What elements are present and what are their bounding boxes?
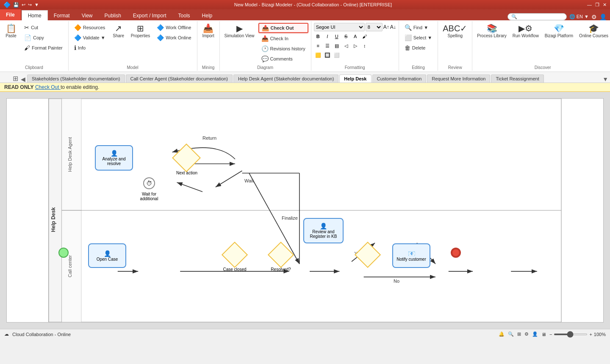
comments-button[interactable]: 💬 Comments xyxy=(258,54,308,63)
restore-button[interactable]: ❐ xyxy=(595,2,599,8)
validate-button[interactable]: 🔷 Validate ▼ xyxy=(71,33,108,42)
doc-tab-callcenter[interactable]: Call Center Agent (Stakeholder documenta… xyxy=(126,74,233,83)
work-online-button[interactable]: 🔷 Work Online xyxy=(154,33,194,42)
tab-file[interactable]: File xyxy=(0,9,21,20)
align-left-button[interactable]: ≡ xyxy=(314,41,322,50)
font-size-select[interactable]: 8 xyxy=(366,23,383,31)
grid-status-icon[interactable]: ⊞ xyxy=(517,331,521,337)
simulation-view-button[interactable]: ▶ Simulation View xyxy=(222,23,257,39)
doc-tab-request-more[interactable]: Request More Information xyxy=(427,74,490,83)
window-controls[interactable]: — ❐ ✕ xyxy=(587,2,607,8)
align-right-button[interactable]: ▤ xyxy=(333,41,341,50)
doc-tab-stakeholders[interactable]: Stakeholders (Stakeholder documentation) xyxy=(27,74,125,83)
share-button[interactable]: ↗ Share xyxy=(110,23,127,39)
checkin-icon: 📥 xyxy=(261,35,269,42)
user-icon[interactable]: 👤 xyxy=(599,14,607,20)
user-status-icon[interactable]: 👤 xyxy=(532,331,538,337)
quick-access-redo[interactable]: ↪ xyxy=(28,2,32,8)
check-in-button[interactable]: 📥 Check In xyxy=(258,34,308,43)
tab-back-button[interactable]: ⊞ xyxy=(13,74,18,83)
online-courses-button[interactable]: 🎓 Online Courses xyxy=(577,23,610,39)
task-open-case[interactable]: 👤 Open Case xyxy=(88,243,126,268)
settings-icon[interactable]: ⚙ xyxy=(591,14,597,20)
end-event[interactable] xyxy=(451,248,461,258)
run-workflow-button[interactable]: ▶⚙ Run Workflow xyxy=(510,23,541,39)
underline-button[interactable]: U xyxy=(333,32,341,41)
doc-tab-helpdesk[interactable]: Help Desk xyxy=(339,74,371,83)
minimize-button[interactable]: — xyxy=(587,2,592,8)
doc-tab-customer-info[interactable]: Customer Information xyxy=(372,74,427,83)
border-color-button[interactable]: 🔲 xyxy=(323,51,332,59)
doc-tab-helpdesk-agent[interactable]: Help Desk Agent (Stakeholder documentati… xyxy=(233,74,338,83)
quick-access-undo[interactable]: ↩ xyxy=(22,2,25,8)
revisions-history-button[interactable]: 🕐 Revisions history xyxy=(258,44,308,53)
quick-access-more[interactable]: ▼ xyxy=(34,2,39,7)
settings-status-icon[interactable]: ⚙ xyxy=(524,331,529,337)
bold-button[interactable]: B xyxy=(314,32,322,41)
zoom-slider[interactable] xyxy=(554,334,588,335)
cut-button[interactable]: ✂ Cut xyxy=(21,23,66,32)
tab-tools[interactable]: Tools xyxy=(172,11,196,20)
font-size-increase[interactable]: A↑ xyxy=(383,24,389,30)
font-color-button[interactable]: A xyxy=(351,32,360,41)
shape-style-button[interactable]: ⬜ xyxy=(333,51,341,59)
search-bar[interactable]: 🔍 xyxy=(507,13,567,20)
shape-color-button[interactable]: 🟨 xyxy=(314,51,322,59)
align-center-button[interactable]: ☰ xyxy=(323,41,332,50)
properties-button[interactable]: ⊞ Properties xyxy=(129,23,152,39)
display-icon[interactable]: 🖥 xyxy=(541,332,546,337)
task-review-kb[interactable]: 👤 Review and Register in KB xyxy=(303,218,344,243)
process-library-button[interactable]: 📚 Process Library xyxy=(475,23,508,39)
copy-button[interactable]: 📄 Copy xyxy=(21,33,66,42)
bizagi-platform-button[interactable]: 💎 Bizagi Platform xyxy=(543,23,575,39)
zoom-in-button[interactable]: + xyxy=(589,332,592,337)
select-button[interactable]: ⬜ Select ▼ xyxy=(402,33,435,42)
indent-button[interactable]: ▷ xyxy=(351,41,360,50)
search-status-icon[interactable]: 🔍 xyxy=(508,331,514,337)
tab-help[interactable]: Help xyxy=(196,11,219,20)
tab-view[interactable]: View xyxy=(76,11,99,20)
check-out-button[interactable]: 📤 Check Out xyxy=(258,23,308,33)
readonly-suffix: to enable editing. xyxy=(61,84,99,90)
gateway-next-action[interactable] xyxy=(172,143,201,172)
bell-icon[interactable]: 🔔 xyxy=(499,331,505,337)
import-button[interactable]: 📥 Import xyxy=(200,23,217,39)
tab-home[interactable]: Home xyxy=(22,10,48,20)
svg-rect-5 xyxy=(62,210,81,322)
highlight-button[interactable]: 🖌 xyxy=(360,32,369,41)
spelling-button[interactable]: ABC✓ Spelling xyxy=(441,23,469,39)
tab-export[interactable]: Export / Import xyxy=(127,11,172,20)
strikethrough-button[interactable]: S xyxy=(342,32,350,41)
doc-tab-ticket[interactable]: Ticket Reassignment xyxy=(491,74,543,83)
resources-button[interactable]: 🔶 Resources xyxy=(71,23,108,32)
tab-dropdown-button[interactable]: ▼ xyxy=(602,76,608,83)
line-spacing-button[interactable]: ↕ xyxy=(360,41,369,50)
gateway-resolved[interactable] xyxy=(268,242,294,268)
find-button[interactable]: 🔍 Find ▼ xyxy=(402,23,435,32)
italic-button[interactable]: I xyxy=(323,32,332,41)
font-size-decrease[interactable]: A↓ xyxy=(390,24,396,30)
work-offline-button[interactable]: 🔷 Work Offline xyxy=(154,23,194,32)
outdent-button[interactable]: ◁ xyxy=(342,41,350,50)
svg-text:Help Desk Agent: Help Desk Agent xyxy=(67,137,72,172)
font-family-select[interactable]: Segoe UI xyxy=(314,23,365,31)
tab-prev-button[interactable]: ◀ xyxy=(21,76,25,83)
close-button[interactable]: ✕ xyxy=(603,2,607,8)
quick-access-save[interactable]: 💾 xyxy=(13,2,19,8)
tab-format[interactable]: Format xyxy=(48,11,76,20)
gateway-final[interactable] xyxy=(355,242,381,268)
paste-button[interactable]: 📋 Paste xyxy=(3,23,19,39)
format-painter-button[interactable]: 🖌 Format Painter xyxy=(21,43,66,52)
gateway-case-closed[interactable] xyxy=(222,242,248,268)
checkout-link[interactable]: Check Out xyxy=(35,84,61,90)
doc-tabs-nav: ▼ xyxy=(602,76,608,83)
timer-wait[interactable]: ⏱ xyxy=(143,177,155,189)
lang-selector[interactable]: 🌐 EN ▼ xyxy=(569,14,589,19)
zoom-out-button[interactable]: − xyxy=(549,332,552,337)
task-analyze-resolve[interactable]: 👤 Analyze and resolve xyxy=(95,145,133,171)
info-button[interactable]: ℹ Info xyxy=(71,43,108,52)
tab-publish[interactable]: Publish xyxy=(99,11,127,20)
start-event[interactable] xyxy=(58,248,69,258)
task-notify-customer[interactable]: 📧 Notify customer xyxy=(392,243,430,268)
delete-button[interactable]: 🗑 Delete xyxy=(402,43,435,52)
